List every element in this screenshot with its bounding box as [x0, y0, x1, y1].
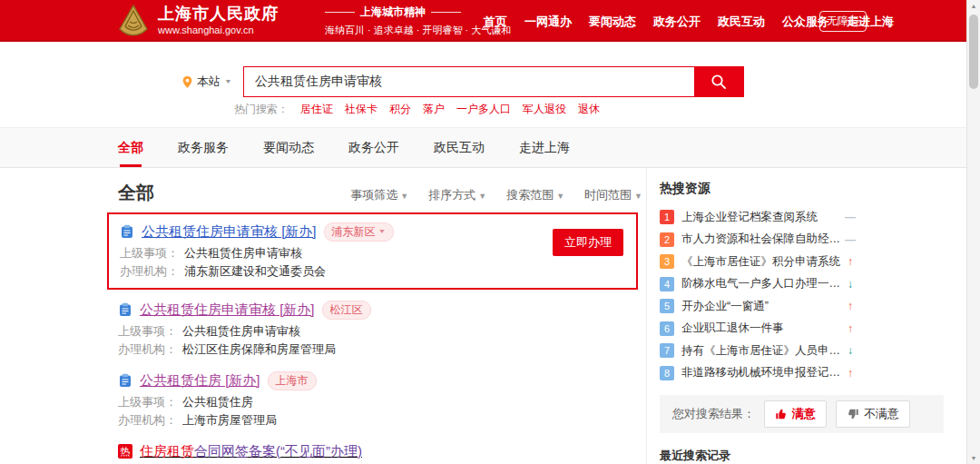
- nav-item-public-interaction[interactable]: 政民互动: [718, 14, 765, 30]
- search-box: [243, 66, 744, 97]
- nav-item-one-stop-services[interactable]: 一网通办: [524, 14, 572, 30]
- rank-badge: 7: [660, 343, 674, 358]
- trend-icon: —: [843, 233, 858, 246]
- trend-icon: ↓: [843, 278, 858, 291]
- hot-search-link-points[interactable]: 积分: [389, 102, 411, 117]
- hot-resource-item[interactable]: 2 市人力资源和社会保障自助经办服务系统 —: [660, 229, 858, 252]
- hot-resource-item[interactable]: 5 开办企业“一窗通” ↑: [660, 295, 858, 318]
- filter-sort-order[interactable]: 排序方式▼: [428, 187, 486, 203]
- search-section: 本站 ▼ 热门搜索： 居住证 社保卡 积分 落户 一户多人口 军人退役 退休: [0, 44, 980, 127]
- category-tabbar: 全部 政务服务 要闻动态 政务公开 政民互动 走进上海: [0, 127, 980, 168]
- feedback-label: 您对搜索结果：: [672, 406, 755, 422]
- district-tag[interactable]: 松江区: [322, 301, 371, 320]
- accessibility-button[interactable]: 无障碍: [819, 11, 867, 32]
- chevron-down-icon: ▼: [224, 78, 232, 85]
- result-filters: 事项筛选▼ 排序方式▼ 搜索范围▼ 时间范围▼: [350, 187, 642, 205]
- scroll-up-arrow-icon[interactable]: ▲: [967, 3, 980, 9]
- trend-icon: —: [843, 211, 858, 223]
- thumb-up-icon: [775, 408, 788, 420]
- parent-item-label: 上级事项：: [120, 244, 179, 262]
- filter-time-range[interactable]: 时间范围▼: [584, 187, 642, 203]
- trend-icon: ↑: [843, 322, 858, 335]
- hot-search-link-veterans[interactable]: 军人退役: [523, 102, 566, 117]
- tab-news[interactable]: 要闻动态: [263, 128, 314, 167]
- chevron-down-icon: ▼: [378, 228, 387, 235]
- hot-resource-item[interactable]: 3 《上海市居住证》积分申请系统 ↑: [660, 251, 858, 273]
- tab-gov-disclosure[interactable]: 政务公开: [348, 128, 399, 167]
- district-tag[interactable]: 上海市: [268, 371, 317, 390]
- search-results-page: 上海市人民政府 www.shanghai.gov.cn 上海城市精神 海纳百川 …: [0, 0, 980, 464]
- tab-all[interactable]: 全部: [118, 128, 143, 167]
- divider: [431, 12, 461, 13]
- search-button[interactable]: [694, 67, 743, 96]
- agency-label: 办理机构：: [118, 411, 177, 429]
- result-title-link[interactable]: 公共租赁住房申请审核 [新办]: [142, 223, 317, 241]
- highlighted-result-card: 公共租赁住房申请审核 [新办] 浦东新区▼ 上级事项：公共租赁住房申请审核 办理…: [107, 212, 638, 290]
- filter-search-scope[interactable]: 搜索范围▼: [506, 187, 564, 203]
- hot-resource-item[interactable]: 6 企业职工退休一件事 ↑: [660, 318, 858, 341]
- hot-resource-item[interactable]: 4 阶梯水电气一户多人口办理一件事 ↓: [660, 273, 858, 296]
- page-scrollbar[interactable]: ▲ ▼: [966, 0, 980, 464]
- site-header: 上海市人民政府 www.shanghai.gov.cn 上海城市精神 海纳百川 …: [0, 0, 980, 42]
- tab-public-interaction[interactable]: 政民互动: [434, 128, 485, 167]
- trend-icon: ↑: [843, 300, 858, 312]
- hot-search-link-social-security-card[interactable]: 社保卡: [345, 102, 377, 117]
- hot-resource-item[interactable]: 1 上海企业登记档案查阅系统 —: [660, 206, 858, 229]
- hot-search-link-multi-person-household[interactable]: 一户多人口: [456, 102, 511, 117]
- hot-resources-list: 1 上海企业登记档案查阅系统 — 2 市人力资源和社会保障自助经办服务系统 — …: [660, 206, 858, 384]
- agency-label: 办理机构：: [120, 262, 179, 281]
- result-title-link[interactable]: 公共租赁住房申请审核 [新办]: [140, 301, 315, 319]
- results-column: 全部 事项筛选▼ 排序方式▼ 搜索范围▼ 时间范围▼ 公共租赁住房申请审核 [新…: [118, 168, 642, 464]
- result-title-link[interactable]: 住房租赁合同网签备案(“不见面”办理): [140, 443, 362, 460]
- hot-resource-item[interactable]: 7 持有《上海市居住证》人员申办本市常... ↓: [660, 340, 858, 362]
- result-card: 公共租赁住房 [新办] 上海市 上级事项：公共租赁住房 办理机构：上海市房屋管理…: [118, 360, 642, 431]
- scroll-down-arrow-icon[interactable]: ▼: [967, 455, 980, 461]
- nav-item-gov-disclosure[interactable]: 政务公开: [653, 14, 701, 30]
- satisfied-button[interactable]: 满意: [764, 400, 827, 428]
- result-card: 公共租赁住房申请审核 [新办] 松江区 上级事项：公共租赁住房申请审核 办理机构…: [118, 290, 642, 360]
- thumb-down-icon: [847, 408, 859, 420]
- tab-about-shanghai[interactable]: 走进上海: [519, 128, 570, 167]
- rank-badge: 8: [660, 366, 674, 380]
- rank-badge: 2: [660, 232, 674, 247]
- handle-now-button[interactable]: 立即办理: [553, 229, 623, 256]
- search-scope-label: 本站: [197, 74, 220, 90]
- rank-badge: 3: [660, 254, 674, 269]
- search-feedback-panel: 您对搜索结果： 满意 不满意: [660, 395, 944, 433]
- hot-search-link-residence-permit[interactable]: 居住证: [300, 102, 333, 117]
- search-input[interactable]: [244, 67, 694, 96]
- agency-value: 浦东新区建设和交通委员会: [184, 262, 326, 281]
- agency-value: 松江区住房保障和房屋管理局: [182, 341, 336, 359]
- tab-gov-services[interactable]: 政务服务: [178, 128, 229, 167]
- chevron-down-icon: ▼: [634, 192, 642, 201]
- hot-badge-icon: 热: [118, 444, 132, 459]
- trend-icon: ↓: [843, 344, 858, 357]
- agency-label: 办理机构：: [118, 341, 177, 359]
- search-scope-selector[interactable]: 本站 ▼: [181, 74, 232, 90]
- search-icon: [710, 74, 727, 90]
- hot-resource-item[interactable]: 8 非道路移动机械环境申报登记(新办) ↑: [660, 362, 858, 385]
- hot-search-link-retirement[interactable]: 退休: [578, 102, 600, 117]
- rank-badge: 1: [660, 210, 674, 224]
- recent-searches-title: 最近搜索记录: [660, 448, 944, 464]
- unsatisfied-button[interactable]: 不满意: [836, 400, 910, 428]
- parent-item-label: 上级事项：: [118, 322, 177, 341]
- parent-item-value: 公共租赁住房申请审核: [182, 322, 300, 341]
- filter-item-type[interactable]: 事项筛选▼: [350, 187, 408, 203]
- trend-icon: ↑: [843, 367, 858, 380]
- trend-icon: ↑: [843, 255, 858, 268]
- district-tag[interactable]: 浦东新区▼: [324, 222, 395, 242]
- scrollbar-thumb[interactable]: [969, 15, 978, 89]
- result-title-link[interactable]: 公共租赁住房 [新办]: [140, 372, 260, 390]
- site-identity[interactable]: 上海市人民政府 www.shanghai.gov.cn: [158, 4, 279, 36]
- hot-search-label: 热门搜索：: [234, 102, 289, 117]
- agency-value: 上海市房屋管理局: [182, 411, 277, 429]
- service-item-icon: [118, 302, 132, 317]
- spirit-motto: 海纳百川 · 追求卓越 · 开明睿智 · 大气谦和: [325, 24, 461, 37]
- hot-search-link-household[interactable]: 落户: [423, 102, 445, 117]
- nav-item-home[interactable]: 首页: [484, 14, 507, 30]
- nav-item-news[interactable]: 要闻动态: [589, 14, 636, 30]
- divider: [325, 12, 355, 13]
- parent-item-label: 上级事项：: [118, 393, 177, 411]
- results-section-title: 全部: [118, 181, 154, 205]
